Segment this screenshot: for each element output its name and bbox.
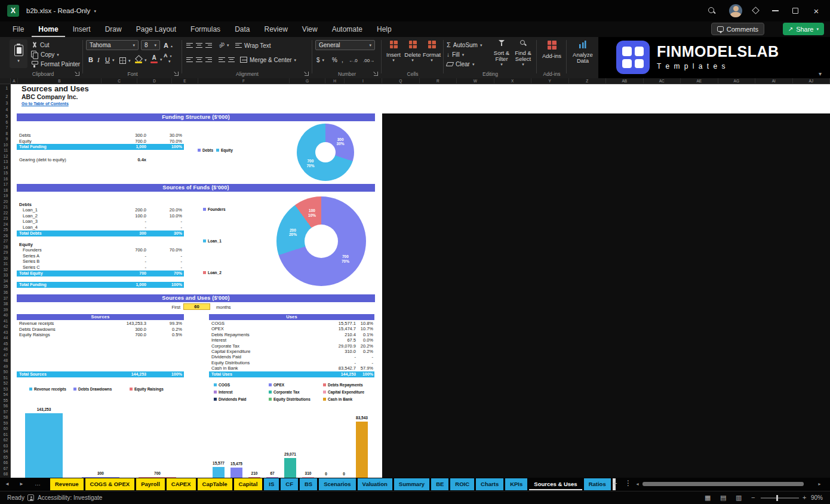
page-layout-view-button[interactable]: ▤ [720, 494, 726, 502]
row-header-13[interactable]: 13 [0, 159, 10, 165]
align-center-button[interactable] [196, 56, 202, 64]
bar-cash-in-bank[interactable] [356, 422, 368, 478]
select-all-corner[interactable] [0, 78, 11, 84]
column-header-X[interactable]: X [494, 78, 532, 84]
row-header-62[interactable]: 62 [0, 437, 10, 443]
uses-bar-chart[interactable]: 15,57715,4752106729,0713100083,543 [208, 383, 387, 478]
row-header-25[interactable]: 25 [0, 227, 10, 233]
normal-view-button[interactable]: ▦ [705, 494, 711, 502]
merge-center-button[interactable]: Merge & Center▾ [240, 56, 296, 64]
sheet-tab-capital[interactable]: Capital [234, 478, 263, 490]
bar-cogs[interactable] [213, 467, 225, 478]
ribbon-tab-page-layout[interactable]: Page Layout [130, 21, 183, 37]
collapse-ribbon-chevron[interactable]: ▾ [819, 70, 822, 77]
sheet-tab-payroll[interactable]: Payroll [136, 478, 165, 490]
row-header-37[interactable]: 37 [0, 296, 10, 302]
italic-button[interactable]: I [97, 56, 100, 64]
row-header-55[interactable]: 55 [0, 398, 10, 404]
bold-button[interactable]: B [88, 56, 93, 64]
ribbon-tab-data[interactable]: Data [228, 21, 256, 37]
column-header-A[interactable]: A [11, 78, 18, 84]
months-input-cell[interactable]: 60 [183, 303, 210, 310]
cut-button[interactable]: Cut [31, 41, 50, 49]
delete-cells-button[interactable]: Delete ▾ [404, 41, 422, 62]
row-header-2[interactable]: 2 [0, 93, 10, 100]
sort-filter-button[interactable]: Sort & Filter ▾ [491, 39, 512, 66]
table-row[interactable]: Loan_1200.020.0% [17, 207, 184, 213]
format-painter-button[interactable]: Format Painter [31, 60, 80, 68]
sheet-tab-revenue[interactable]: Revenue [50, 478, 84, 490]
number-dialog-launcher[interactable] [374, 72, 378, 76]
close-button[interactable]: × [806, 0, 826, 21]
row-header-58[interactable]: 58 [0, 414, 10, 420]
font-size-select[interactable]: 8 ▾ [141, 40, 160, 50]
column-header-AI[interactable]: AI [755, 78, 793, 84]
row-header-35[interactable]: 35 [0, 284, 10, 290]
row-header-17[interactable]: 17 [0, 182, 10, 188]
row-header-21[interactable]: 21 [0, 204, 10, 210]
horizontal-scrollbar[interactable]: ◄ ► [635, 481, 822, 487]
ribbon-tab-home[interactable]: Home [32, 21, 64, 37]
column-header-AB[interactable]: AB [606, 78, 644, 84]
total-uses-row[interactable]: Total Uses 144,253 100% [209, 371, 374, 377]
table-row[interactable]: Corporate Tax29,070.920.2% [209, 343, 374, 349]
column-header-R[interactable]: R [420, 78, 457, 84]
column-header-Q[interactable]: Q [382, 78, 420, 84]
more-font-options-button[interactable]: ▾ [168, 57, 171, 65]
row-header-9[interactable]: 9 [0, 136, 10, 142]
column-header-I[interactable]: I [345, 78, 382, 84]
analyze-data-button[interactable]: Analyze Data [570, 41, 596, 64]
column-header-W[interactable]: W [457, 78, 494, 84]
table-row[interactable]: Series B-- [17, 259, 184, 265]
column-header-Z[interactable]: Z [569, 78, 607, 84]
total-equity-row[interactable]: Total Equity 700 70% [17, 271, 184, 276]
clipboard-dialog-launcher[interactable] [75, 72, 79, 76]
row-header-53[interactable]: 53 [0, 386, 10, 392]
insert-cells-button[interactable]: Insert ▾ [385, 41, 402, 62]
minimize-button[interactable] [765, 0, 785, 21]
column-header-AE[interactable]: AE [681, 78, 718, 84]
row-header-68[interactable]: 68 [0, 471, 10, 477]
row-header-14[interactable]: 14 [0, 165, 10, 171]
sheet-tab-captable[interactable]: CapTable [198, 478, 232, 490]
row-header-42[interactable]: 42 [0, 324, 10, 330]
alignment-dialog-launcher[interactable] [305, 72, 309, 76]
fill-color-button[interactable]: ▾ [135, 56, 147, 64]
row-header-52[interactable]: 52 [0, 380, 10, 386]
sheet-title[interactable]: Sources and Uses [21, 84, 89, 93]
row-header-10[interactable]: 10 [0, 142, 10, 148]
column-header-AJ[interactable]: AJ [793, 78, 830, 84]
row-header-41[interactable]: 41 [0, 318, 10, 324]
row-header-63[interactable]: 63 [0, 443, 10, 449]
clear-button[interactable]: Clear▾ [447, 60, 474, 68]
table-row[interactable]: Loan_3-- [17, 219, 184, 225]
column-header-Y[interactable]: Y [531, 78, 569, 84]
format-cells-button[interactable]: Format ▾ [423, 41, 441, 62]
row-header-60[interactable]: 60 [0, 426, 10, 432]
table-row[interactable]: Founders700.070.0% [17, 247, 184, 253]
zoom-level[interactable]: 90% [811, 494, 823, 501]
column-header-AC[interactable]: AC [644, 78, 681, 84]
sheet-tab-ratios[interactable]: Ratios [584, 478, 611, 490]
row-header-57[interactable]: 57 [0, 409, 10, 415]
number-format-select[interactable]: General ▾ [315, 40, 375, 50]
percent-style-button[interactable]: % [332, 56, 337, 64]
table-row[interactable]: Loan_4-- [17, 225, 184, 231]
row-header-51[interactable]: 51 [0, 375, 10, 381]
row-header-12[interactable]: 12 [0, 153, 10, 159]
row-header-1[interactable]: 1 [0, 84, 10, 93]
row-header-47[interactable]: 47 [0, 352, 10, 358]
row-header-39[interactable]: 39 [0, 307, 10, 313]
zoom-out-button[interactable]: − [751, 494, 755, 501]
bar-revenue-receipts[interactable] [25, 413, 63, 478]
table-row[interactable]: Interest67.50.0% [209, 337, 374, 343]
row-header-33[interactable]: 33 [0, 272, 10, 278]
row-header-20[interactable]: 20 [0, 199, 10, 205]
row-header-61[interactable]: 61 [0, 432, 10, 438]
tab-scroll-right[interactable]: ► [19, 481, 24, 487]
orientation-button[interactable]: ab▾ [219, 41, 229, 49]
accessibility-status[interactable]: Accessibility: Investigate [38, 494, 102, 501]
row-header-27[interactable]: 27 [0, 238, 10, 244]
row-header-32[interactable]: 32 [0, 267, 10, 273]
sheet-tab-charts[interactable]: Charts [476, 478, 503, 490]
